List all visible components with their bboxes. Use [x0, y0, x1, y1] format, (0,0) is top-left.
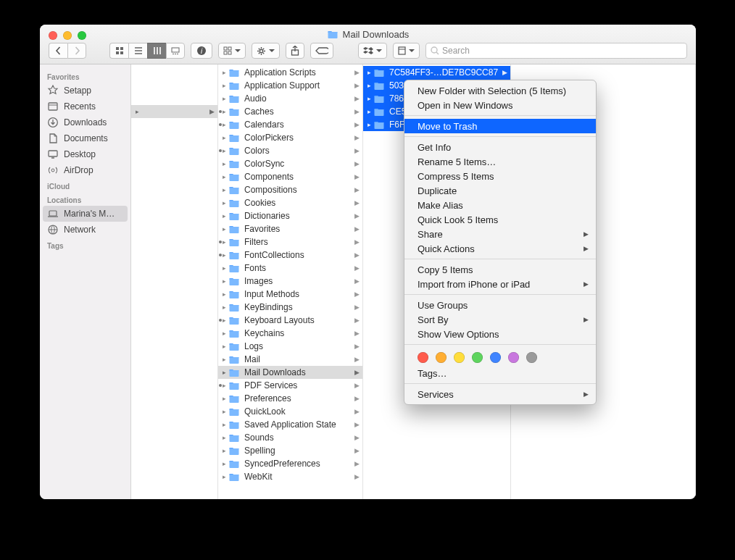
folder-row[interactable]: ▸Logs▶: [218, 340, 362, 353]
tag-dot[interactable]: [508, 352, 519, 363]
folder-row[interactable]: ▸Colors▶: [218, 144, 362, 157]
folder-row[interactable]: ▸WebKit▶: [218, 470, 362, 483]
tag-dot[interactable]: [472, 352, 483, 363]
tag-dot[interactable]: [436, 352, 447, 363]
action-button[interactable]: [252, 43, 280, 59]
nav-buttons: [49, 43, 86, 59]
folder-label: Sounds: [244, 432, 354, 443]
path-button[interactable]: [393, 43, 420, 59]
dropbox-button[interactable]: [358, 43, 387, 59]
sidebar-item[interactable]: Network: [40, 222, 130, 238]
menu-item[interactable]: Tags…: [404, 366, 596, 380]
menu-item[interactable]: Make Alias: [404, 198, 596, 212]
list-view-button[interactable]: [128, 43, 147, 59]
folder-row[interactable]: ▸Preferences▶: [218, 392, 362, 405]
sidebar-item[interactable]: AirDrop: [40, 162, 130, 178]
menu-item[interactable]: Open in New Windows: [404, 98, 596, 112]
gallery-view-button[interactable]: [166, 43, 185, 59]
group-button[interactable]: [218, 43, 246, 59]
tag-dot[interactable]: [454, 352, 465, 363]
menu-item[interactable]: Get Info: [404, 140, 596, 154]
search-field[interactable]: Search: [425, 43, 687, 59]
sidebar-item[interactable]: Setapp: [40, 83, 130, 99]
folder-row[interactable]: ▸FontCollections▶: [218, 248, 362, 262]
menu-item[interactable]: Rename 5 Items…: [404, 154, 596, 169]
folder-row[interactable]: ▸Application Support▶: [218, 79, 362, 92]
folder-row[interactable]: ▸PDF Services▶: [218, 379, 362, 392]
menu-item-label: Quick Actions: [418, 243, 475, 254]
folder-row[interactable]: ▸ColorPickers▶: [218, 131, 362, 144]
folder-icon: [228, 407, 240, 417]
folder-row[interactable]: ▸ColorSync▶: [218, 157, 362, 170]
folder-label: Application Scripts: [244, 67, 354, 78]
menu-item[interactable]: Services: [404, 387, 596, 401]
icon-view-button[interactable]: [109, 43, 128, 59]
sidebar-item-label: Downloads: [64, 117, 107, 128]
tag-dot[interactable]: [490, 352, 501, 363]
folder-row[interactable]: ▸Spelling▶: [218, 444, 362, 457]
menu-item[interactable]: Share: [404, 227, 596, 241]
sidebar-item[interactable]: Documents: [40, 130, 130, 146]
folder-row[interactable]: ▸SyncedPreferences▶: [218, 457, 362, 470]
column-1[interactable]: ▸Application Scripts▶▸Application Suppor…: [218, 64, 363, 499]
folder-row[interactable]: ▸Mail▶: [218, 353, 362, 366]
sidebar-item[interactable]: Recents: [40, 99, 130, 114]
menu-item[interactable]: Quick Actions: [404, 241, 596, 256]
sidebar-item[interactable]: Downloads: [40, 114, 130, 130]
folder-row[interactable]: ▸Cookies▶: [218, 196, 362, 209]
sidebar-item[interactable]: Marina's M…: [43, 206, 128, 222]
menu-item[interactable]: Import from iPhone or iPad: [404, 277, 596, 291]
column-0[interactable]: ▸▶: [131, 64, 218, 499]
folder-label: ColorPickers: [244, 133, 354, 143]
menu-item[interactable]: Sort By: [404, 312, 596, 327]
folder-row[interactable]: ▸KeyBindings▶: [218, 301, 362, 314]
folder-row[interactable]: ▸Favorites▶: [218, 222, 362, 235]
menu-item[interactable]: Show View Options: [404, 327, 596, 341]
folder-row[interactable]: ▸Images▶: [218, 275, 362, 288]
folder-row[interactable]: ▸Mail Downloads▶: [218, 366, 362, 379]
tag-dot[interactable]: [418, 352, 428, 363]
folder-label: Colors: [244, 146, 354, 156]
menu-item[interactable]: New Folder with Selection (5 Items): [404, 83, 596, 98]
column-view-button[interactable]: [147, 43, 166, 59]
folder-row[interactable]: ▸Compositions▶: [218, 183, 362, 196]
folder-row[interactable]: ▸Keyboard Layouts▶: [218, 314, 362, 327]
folder-row[interactable]: ▸7C584FF3-…DE7BC9CC87▶: [363, 66, 510, 79]
menu-item[interactable]: Move to Trash: [404, 119, 596, 133]
menu-item[interactable]: Use Groups: [404, 298, 596, 312]
folder-icon: [228, 146, 240, 156]
forward-button[interactable]: [67, 43, 86, 59]
folder-row[interactable]: ▸Input Methods▶: [218, 288, 362, 301]
info-button[interactable]: i: [191, 43, 212, 59]
folder-row[interactable]: ▸Application Scripts▶: [218, 66, 362, 79]
folder-label: Keyboard Layouts: [244, 315, 354, 325]
folder-row[interactable]: ▸Keychains▶: [218, 327, 362, 340]
column0-path-row[interactable]: ▸▶: [131, 105, 217, 118]
tag-dot[interactable]: [526, 352, 537, 363]
folder-icon: [228, 68, 240, 78]
folder-row[interactable]: ▸Filters▶: [218, 235, 362, 248]
back-button[interactable]: [49, 43, 67, 59]
folder-label: 7C584FF3-…DE7BC9CC87: [389, 67, 502, 78]
menu-item[interactable]: Duplicate: [404, 183, 596, 198]
svg-rect-13: [228, 51, 231, 54]
folder-label: Keychains: [244, 328, 354, 338]
tags-button[interactable]: [310, 43, 333, 59]
folder-label: Saved Application State: [244, 419, 354, 430]
folder-row[interactable]: ▸Dictionaries▶: [218, 209, 362, 222]
menu-item[interactable]: Compress 5 Items: [404, 169, 596, 183]
folder-row[interactable]: ▸Components▶: [218, 170, 362, 183]
folder-row[interactable]: ▸Fonts▶: [218, 262, 362, 275]
folder-row[interactable]: ▸Caches▶: [218, 105, 362, 118]
folder-row[interactable]: ▸Saved Application State▶: [218, 418, 362, 431]
sidebar-item[interactable]: Desktop: [40, 146, 130, 162]
folder-icon: [228, 316, 240, 325]
folder-row[interactable]: ▸Audio▶: [218, 92, 362, 105]
share-button[interactable]: [286, 43, 304, 59]
menu-item[interactable]: Copy 5 Items: [404, 262, 596, 277]
menu-item[interactable]: Quick Look 5 Items: [404, 212, 596, 227]
folder-row[interactable]: ▸QuickLook▶: [218, 405, 362, 418]
folder-icon: [228, 381, 240, 390]
folder-row[interactable]: ▸Calendars▶: [218, 118, 362, 131]
folder-row[interactable]: ▸Sounds▶: [218, 431, 362, 444]
